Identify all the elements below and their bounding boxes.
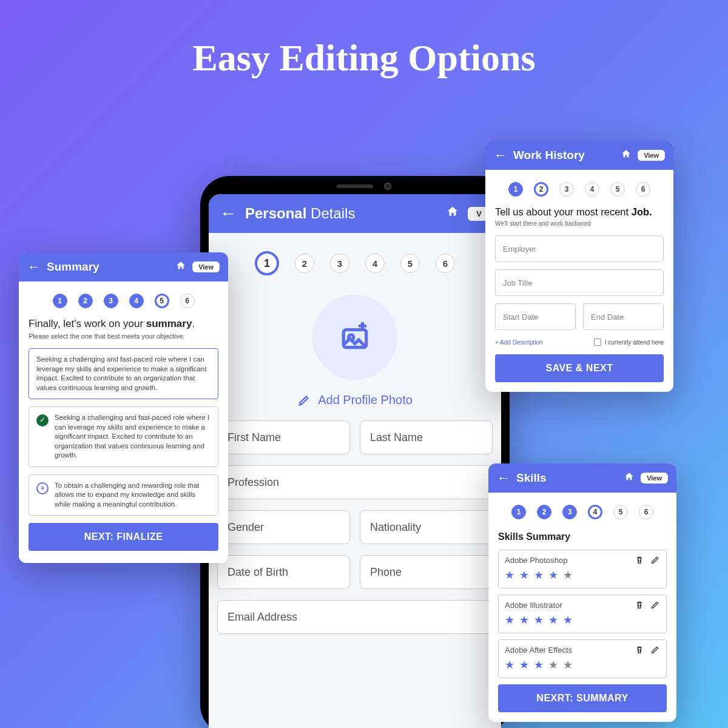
step-1[interactable]: 1 xyxy=(508,182,523,197)
step-3[interactable]: 3 xyxy=(559,182,574,197)
step-2[interactable]: 2 xyxy=(537,505,551,519)
phone-frame: ← Personal Details V 1 2 3 4 5 6 Add Pro… xyxy=(200,176,510,728)
step-3[interactable]: 3 xyxy=(330,254,349,273)
summary-subtext: Please select the one that best meets yo… xyxy=(29,332,218,340)
checkbox-icon xyxy=(594,339,601,346)
skills-card: ← Skills View 1 2 3 4 5 6 Skills Summary… xyxy=(488,463,676,722)
work-title: Work History xyxy=(513,149,615,162)
edit-icon[interactable] xyxy=(650,555,660,565)
view-button[interactable]: View xyxy=(638,150,665,161)
back-icon[interactable]: ← xyxy=(497,470,510,486)
back-icon[interactable]: ← xyxy=(27,259,41,275)
pencil-icon xyxy=(297,394,311,407)
work-heading: Tell us about your most recent Job. xyxy=(495,206,664,218)
step-2[interactable]: 2 xyxy=(78,294,93,308)
delete-icon[interactable] xyxy=(635,645,644,655)
end-date-input[interactable]: End Date xyxy=(583,303,664,330)
step-5[interactable]: 5 xyxy=(613,505,628,519)
back-icon[interactable]: ← xyxy=(220,204,237,223)
delete-icon[interactable] xyxy=(635,600,644,610)
profession-input[interactable]: Profession xyxy=(217,465,493,499)
star-icon[interactable]: ★ xyxy=(563,613,573,627)
employer-input[interactable]: Employer xyxy=(495,235,664,262)
step-5[interactable]: 5 xyxy=(400,254,420,273)
step-6[interactable]: 6 xyxy=(639,505,653,519)
skills-steps: 1 2 3 4 5 6 xyxy=(488,493,676,529)
star-icon[interactable]: ★ xyxy=(505,568,514,582)
add-photo-button[interactable]: Add Profile Photo xyxy=(209,393,501,407)
star-icon[interactable]: ★ xyxy=(548,658,558,672)
job-title-input[interactable]: Job Title xyxy=(495,269,664,296)
photo-upload[interactable] xyxy=(312,295,397,380)
save-next-button[interactable]: SAVE & NEXT xyxy=(495,354,664,382)
email-input[interactable]: Email Address xyxy=(217,600,493,634)
gender-input[interactable]: Gender xyxy=(217,510,350,544)
rating-stars: ★★★★★ xyxy=(505,568,660,582)
step-2[interactable]: 2 xyxy=(534,182,548,197)
step-4[interactable]: 4 xyxy=(585,182,599,197)
star-icon[interactable]: ★ xyxy=(519,613,529,627)
delete-icon[interactable] xyxy=(635,555,644,565)
nationality-input[interactable]: Nationality xyxy=(360,510,493,544)
first-name-input[interactable]: First Name xyxy=(217,420,350,454)
personal-steps: 1 2 3 4 5 6 xyxy=(209,233,501,290)
step-6[interactable]: 6 xyxy=(180,294,195,308)
add-description-link[interactable]: + Add Description xyxy=(495,339,543,346)
last-name-input[interactable]: Last Name xyxy=(360,420,493,454)
currently-attend-checkbox[interactable]: I currently attend here xyxy=(594,339,664,346)
summary-option-2[interactable]: ✓ Seeking a challenging and fast-paced r… xyxy=(29,406,218,467)
home-icon[interactable] xyxy=(624,471,635,485)
star-icon[interactable]: ★ xyxy=(548,568,558,582)
star-icon[interactable]: ★ xyxy=(505,613,514,627)
phone-input[interactable]: Phone xyxy=(360,555,493,589)
summary-option-text: Seeking a challenging and fast-paced rol… xyxy=(55,413,211,460)
work-history-card: ← Work History View 1 2 3 4 5 6 Tell us … xyxy=(485,141,673,392)
dob-input[interactable]: Date of Birth xyxy=(217,555,350,589)
view-button[interactable]: View xyxy=(641,473,668,484)
star-icon[interactable]: ★ xyxy=(563,658,573,672)
back-icon[interactable]: ← xyxy=(494,147,507,163)
skill-item: Adobe Illustrator★★★★★ xyxy=(498,595,667,633)
star-icon[interactable]: ★ xyxy=(519,658,529,672)
next-summary-button[interactable]: NEXRT: SUMMARY xyxy=(498,684,667,712)
home-icon[interactable] xyxy=(621,149,632,163)
step-1[interactable]: 1 xyxy=(511,505,526,519)
step-5[interactable]: 5 xyxy=(155,294,169,308)
step-2[interactable]: 2 xyxy=(295,254,314,273)
step-4[interactable]: 4 xyxy=(129,294,144,308)
view-button[interactable]: View xyxy=(192,261,220,272)
summary-steps: 1 2 3 4 5 6 xyxy=(19,281,228,318)
step-4[interactable]: 4 xyxy=(365,254,385,273)
summary-option-3[interactable]: + To obtain a challenging and rewarding … xyxy=(29,474,218,516)
home-icon[interactable] xyxy=(446,205,459,222)
star-icon[interactable]: ★ xyxy=(519,568,529,582)
star-icon[interactable]: ★ xyxy=(534,613,544,627)
home-icon[interactable] xyxy=(175,260,186,274)
step-1[interactable]: 1 xyxy=(53,294,67,308)
star-icon[interactable]: ★ xyxy=(534,658,544,672)
step-6[interactable]: 6 xyxy=(436,254,455,273)
summary-option-1[interactable]: Seeking a challenging and fast-paced rol… xyxy=(29,348,218,399)
star-icon[interactable]: ★ xyxy=(505,658,514,672)
step-3[interactable]: 3 xyxy=(104,294,118,308)
summary-option-text: Seeking a challenging and fast-paced rol… xyxy=(36,355,211,393)
check-icon: ✓ xyxy=(36,414,49,426)
personal-appbar: ← Personal Details V xyxy=(209,194,501,233)
star-icon[interactable]: ★ xyxy=(548,613,558,627)
summary-title: Summary xyxy=(47,260,169,274)
star-icon[interactable]: ★ xyxy=(534,568,544,582)
edit-icon[interactable] xyxy=(650,645,660,655)
edit-icon[interactable] xyxy=(650,600,660,610)
page-title: Easy Editing Options xyxy=(0,0,728,79)
step-4[interactable]: 4 xyxy=(588,505,602,519)
star-icon[interactable]: ★ xyxy=(563,568,573,582)
summary-heading: Finally, let's work on your summary. xyxy=(29,318,218,330)
step-1[interactable]: 1 xyxy=(255,251,279,275)
summary-card: ← Summary View 1 2 3 4 5 6 Finally, let'… xyxy=(19,252,228,563)
start-date-input[interactable]: Start Date xyxy=(495,303,576,330)
step-3[interactable]: 3 xyxy=(562,505,577,519)
rating-stars: ★★★★★ xyxy=(505,613,660,627)
step-6[interactable]: 6 xyxy=(636,182,650,197)
next-finalize-button[interactable]: NEXT: FINALIZE xyxy=(29,523,218,551)
step-5[interactable]: 5 xyxy=(610,182,625,197)
